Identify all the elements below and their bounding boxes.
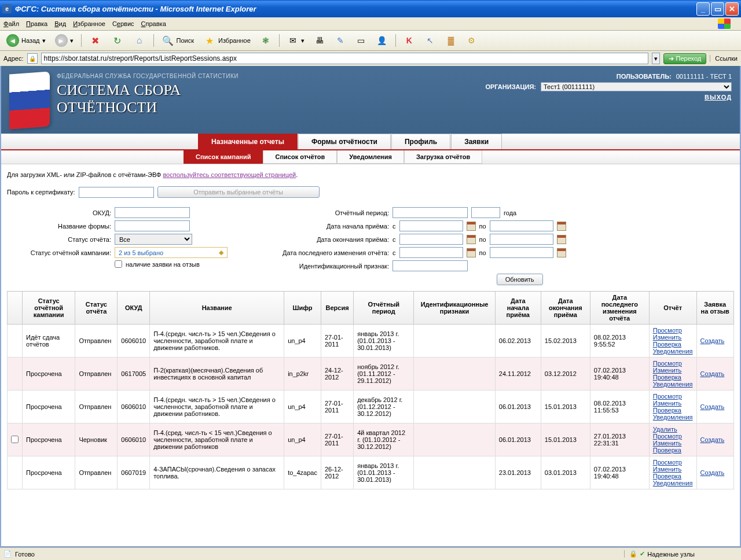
- ext2-button[interactable]: ▓: [442, 33, 460, 48]
- favorites-button[interactable]: ★Избранное: [200, 32, 254, 49]
- menu-view[interactable]: Вид: [54, 20, 66, 27]
- print-icon: 🖶: [314, 35, 325, 46]
- home-button[interactable]: ⌂: [130, 32, 149, 49]
- page-icon: 🔒: [27, 53, 38, 64]
- print-button[interactable]: 🖶: [311, 33, 328, 48]
- messenger-button[interactable]: 👤: [373, 33, 391, 48]
- refresh-button[interactable]: ↻: [108, 32, 127, 49]
- cursor-icon: ↖: [424, 35, 436, 46]
- menu-bar: Файл Правка Вид Избранное Сервис Справка: [0, 17, 741, 31]
- ie-icon: e: [2, 4, 12, 13]
- mail-icon: ✉: [287, 35, 299, 46]
- stop-button[interactable]: ✖: [86, 32, 105, 49]
- address-bar: Адрес: 🔒 ▾ ➜ Переход Ссылки: [0, 51, 741, 67]
- menu-file[interactable]: Файл: [3, 20, 19, 27]
- star-icon: ★: [203, 34, 216, 47]
- back-icon: ◄: [6, 34, 19, 47]
- kaspersky-icon: K: [403, 35, 415, 46]
- messenger-icon: 👤: [376, 35, 388, 46]
- menu-help[interactable]: Справка: [141, 20, 166, 27]
- page-header: ФЕДЕРАЛЬНАЯ СЛУЖБА ГОСУДАРСТВЕННОЙ СТАТИ…: [1, 66, 740, 67]
- stop-icon: ✖: [89, 34, 102, 47]
- window-titlebar: e ФСГС: Система сбора отчётности - Micro…: [0, 0, 741, 17]
- kaspersky-button[interactable]: K: [401, 33, 418, 48]
- back-button[interactable]: ◄Назад ▾: [3, 32, 49, 49]
- forward-button[interactable]: ► ▾: [52, 32, 76, 49]
- refresh-icon: ↻: [111, 34, 124, 47]
- discuss-button[interactable]: ▭: [353, 33, 370, 48]
- history-icon: ❃: [260, 35, 272, 46]
- search-icon: 🔍: [162, 34, 174, 47]
- edit-button[interactable]: ✎: [332, 33, 349, 48]
- history-button[interactable]: ❃: [257, 33, 274, 48]
- ext1-button[interactable]: ↖: [421, 33, 439, 48]
- ext2-icon: ▓: [445, 35, 457, 46]
- links-label[interactable]: Ссылки: [710, 55, 738, 62]
- close-button[interactable]: ✕: [725, 2, 739, 16]
- menu-favorites[interactable]: Избранное: [73, 20, 105, 27]
- menu-tools[interactable]: Сервис: [112, 20, 134, 27]
- menu-edit[interactable]: Правка: [26, 20, 47, 27]
- home-icon: ⌂: [133, 34, 146, 47]
- minimize-button[interactable]: _: [696, 2, 710, 16]
- mail-button[interactable]: ✉▾: [284, 33, 307, 48]
- search-button[interactable]: 🔍Поиск: [159, 32, 197, 49]
- ext3-button[interactable]: ⚙: [463, 33, 480, 48]
- address-input[interactable]: [41, 53, 648, 64]
- address-label: Адрес:: [3, 55, 24, 62]
- windows-logo-icon: [718, 19, 731, 29]
- toolbar: ◄Назад ▾ ► ▾ ✖ ↻ ⌂ 🔍Поиск ★Избранное ❃ ✉…: [0, 31, 741, 51]
- window-title: ФСГС: Система сбора отчётности - Microso…: [15, 5, 256, 13]
- address-dropdown[interactable]: ▾: [652, 53, 660, 64]
- discuss-icon: ▭: [355, 35, 367, 46]
- maximize-button[interactable]: ▭: [711, 2, 724, 16]
- edit-icon: ✎: [335, 35, 346, 46]
- go-button[interactable]: ➜ Переход: [663, 53, 707, 64]
- browser-viewport: ФЕДЕРАЛЬНАЯ СЛУЖБА ГОСУДАРСТВЕННОЙ СТАТИ…: [0, 66, 741, 67]
- ext3-icon: ⚙: [466, 35, 478, 46]
- forward-icon: ►: [55, 34, 68, 47]
